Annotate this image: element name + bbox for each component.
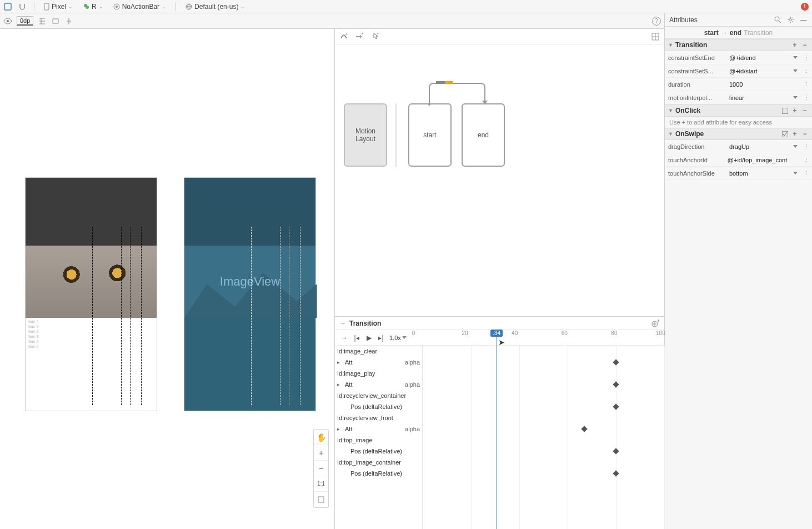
svg-point-18 [775, 17, 779, 21]
attribute-row[interactable]: touchAnchorSidebottom⋮ [665, 167, 812, 180]
pan-button[interactable]: ✋ [314, 430, 328, 445]
theme-selector[interactable]: NoActionBar ⌄ [111, 3, 168, 11]
magnet-icon[interactable] [18, 2, 27, 11]
timeline-ruler[interactable]: 0 20 40 60 80 100 .34 ➤ [412, 330, 661, 346]
onclick-checkbox-icon[interactable] [781, 107, 789, 114]
transition-row[interactable]: Id:recyclerview_container [335, 390, 422, 401]
svg-text:+: + [377, 32, 379, 36]
svg-point-13 [428, 103, 430, 106]
zoom-out-button[interactable]: − [314, 461, 328, 476]
zoom-in-button[interactable]: + [314, 445, 328, 461]
zoom-fit-button[interactable] [314, 492, 328, 507]
transition-row[interactable]: Id:top_image_container [335, 457, 422, 468]
skip-start-icon[interactable]: |◂ [350, 333, 363, 342]
play-icon[interactable]: ▶ [363, 333, 375, 342]
design-surface-toolbar: 0dp ? [0, 13, 664, 29]
keyframe-area[interactable] [423, 346, 664, 529]
cycle-layout-icon[interactable] [651, 32, 660, 41]
section-transition[interactable]: ▼ Transition + − [665, 39, 812, 51]
attributes-panel: Attributes — start → end Transition ▼ Tr… [664, 13, 812, 529]
svg-rect-8 [318, 497, 324, 502]
svg-rect-0 [4, 3, 11, 10]
align-icon-2[interactable] [51, 17, 60, 26]
device-label: Pixel [52, 3, 66, 11]
help-icon[interactable]: ? [652, 17, 661, 26]
transition-title: Transition [349, 320, 381, 327]
transition-row[interactable]: Id:top_image [335, 435, 422, 446]
attribute-row[interactable]: touchAnchorId@+id/top_image_cont⋮ [665, 153, 812, 167]
direction-icon[interactable]: → [338, 333, 350, 342]
motion-layout-box[interactable]: Motion Layout [344, 103, 387, 167]
svg-rect-20 [782, 108, 788, 113]
constraintset-end-box[interactable]: end [462, 103, 505, 167]
locale-selector[interactable]: Default (en-us) ⌄ [183, 3, 247, 11]
transition-row[interactable]: Id:image_clear [335, 346, 422, 357]
onswipe-checkbox-icon[interactable] [781, 130, 789, 138]
motion-editor-overview: + + + Motion Layout start end [335, 29, 664, 317]
skip-end-icon[interactable]: ▸| [375, 333, 387, 342]
preview-list: Item 4 Item 3 Item 2 Item 1 Item 8 Item … [26, 318, 157, 407]
svg-point-3 [86, 6, 89, 9]
arrow-right-icon: → [339, 320, 346, 327]
transition-tree[interactable]: Id:image_clear▸AttalphaId:image_play▸Att… [335, 346, 423, 529]
svg-text:+: + [361, 32, 364, 36]
theme-label: NoActionBar [122, 3, 159, 11]
minimize-icon[interactable]: — [799, 16, 808, 24]
device-blueprint-view[interactable]: ImageView [184, 178, 315, 411]
add-attr-icon[interactable]: + [791, 41, 799, 49]
transition-row[interactable]: ▸Attalpha [335, 423, 422, 435]
eye-icon[interactable] [3, 17, 12, 26]
create-click-icon[interactable]: + [370, 32, 379, 41]
gear-icon[interactable] [786, 16, 795, 24]
constraintset-start-box[interactable]: start [408, 103, 452, 167]
preview-top-image[interactable] [26, 246, 157, 318]
remove-attr-icon[interactable]: − [801, 130, 809, 138]
transition-row[interactable]: Pos (deltaRelative) [335, 446, 422, 457]
cursor-icon: ➤ [498, 338, 505, 347]
blueprint-imageview[interactable]: ImageView [184, 246, 315, 318]
guideline-icon[interactable] [64, 17, 73, 26]
design-surface[interactable]: Item 4 Item 3 Item 2 Item 1 Item 8 Item … [0, 29, 335, 529]
transition-row[interactable]: Pos (deltaRelative) [335, 468, 422, 479]
attribute-row[interactable]: dragDirectiondragUp⋮ [665, 140, 812, 153]
attribute-row[interactable]: duration1000⋮ [665, 78, 812, 91]
create-constraintset-icon[interactable]: + [339, 32, 348, 41]
add-attr-icon[interactable]: + [791, 130, 799, 138]
align-icon-1[interactable] [38, 17, 47, 26]
transition-arrow[interactable] [424, 80, 490, 108]
remove-attr-icon[interactable]: − [801, 41, 809, 49]
create-transition-icon[interactable]: + [355, 32, 364, 41]
transition-row[interactable]: ▸Attalpha [335, 357, 422, 368]
transition-row[interactable]: ▸Attalpha [335, 379, 422, 390]
device-selector[interactable]: Pixel ⌄ [42, 3, 75, 11]
api-label: R [92, 3, 97, 11]
attributes-context: start → end Transition [665, 27, 812, 39]
transition-row[interactable]: Id:recyclerview_front [335, 412, 422, 423]
section-onswipe[interactable]: ▼ OnSwipe + − [665, 128, 812, 140]
transition-panel: → Transition + → |◂ ▶ ▸| 1.0x [335, 317, 664, 529]
remove-attr-icon[interactable]: − [801, 107, 809, 114]
add-attr-icon[interactable]: + [791, 107, 799, 114]
attribute-row[interactable]: constraintSetEnd@+id/end⋮ [665, 51, 812, 64]
attribute-row[interactable]: constraintSetS...@+id/start⋮ [665, 64, 812, 78]
create-keyframe-icon[interactable]: + [651, 319, 660, 328]
search-icon[interactable] [774, 16, 782, 24]
playback-speed[interactable]: 1.0x [389, 335, 407, 341]
attribute-row[interactable]: motionInterpol...linear⋮ [665, 91, 812, 104]
svg-rect-1 [44, 3, 49, 10]
palette-icon[interactable] [3, 2, 12, 11]
transition-row[interactable]: Id:image_play [335, 368, 422, 379]
svg-rect-15 [436, 81, 445, 84]
device-design-view[interactable]: Item 4 Item 3 Item 2 Item 1 Item 8 Item … [26, 178, 157, 411]
section-onclick[interactable]: ▼ OnClick + − [665, 104, 812, 117]
onclick-hint: Use + to add attribute for easy access [665, 117, 812, 128]
api-selector[interactable]: R ⌄ [81, 3, 106, 11]
zoom-reset-button[interactable]: 1:1 [314, 476, 328, 492]
default-margin-input[interactable]: 0dp [17, 16, 33, 26]
layout-editor-toolbar: Pixel ⌄ R ⌄ NoActionBar ⌄ Default (en-us… [0, 0, 812, 13]
transition-row[interactable]: Pos (deltaRelative) [335, 401, 422, 412]
svg-text:+: + [657, 319, 660, 323]
svg-rect-14 [445, 81, 453, 84]
error-indicator-icon[interactable]: ! [801, 3, 809, 11]
svg-point-5 [116, 6, 118, 8]
